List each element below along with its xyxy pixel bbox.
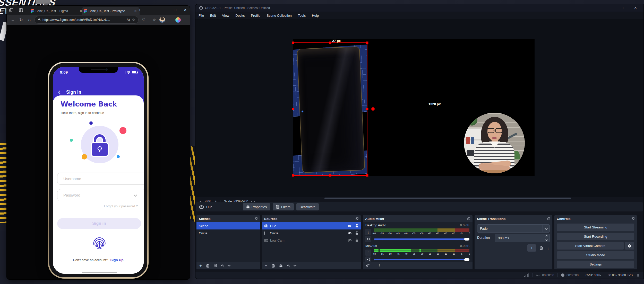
tab-actions-icon[interactable] — [19, 8, 23, 12]
menu-help[interactable]: Help — [309, 14, 322, 17]
read-aloud-icon[interactable]: A) — [127, 18, 130, 22]
advanced-audio-gears-icon[interactable] — [366, 264, 370, 268]
volume-slider-handle[interactable] — [464, 238, 469, 241]
move-source-down-icon[interactable] — [293, 263, 297, 267]
mute-speaker-icon[interactable] — [365, 256, 371, 262]
transition-options-dots[interactable]: ⋮ — [546, 246, 550, 250]
obs-maximize-button[interactable]: □ — [620, 6, 624, 10]
popout-icon[interactable] — [547, 217, 550, 220]
source-row-circle[interactable]: Circle — [262, 229, 361, 237]
tab-figma-prototype[interactable]: Bank_UX_Test - Prototype ✕ — [82, 7, 140, 15]
menu-tools[interactable]: Tools — [295, 14, 309, 17]
visibility-eye-icon[interactable] — [348, 225, 352, 227]
back-icon[interactable]: ← — [10, 17, 16, 22]
source-row-logi-cam[interactable]: Logi Cam — [262, 237, 361, 244]
filters-button[interactable]: Filters — [273, 203, 294, 210]
channel-options-dots[interactable]: ⋮ — [365, 229, 371, 235]
scene-filters-icon[interactable] — [214, 264, 217, 267]
move-scene-down-icon[interactable] — [227, 263, 231, 267]
popout-icon[interactable] — [255, 217, 257, 220]
popout-icon[interactable] — [467, 217, 470, 220]
tab-figma-editor[interactable]: Bank_UX_Test – Figma ✕ — [29, 7, 85, 15]
workspaces-icon[interactable] — [9, 8, 13, 12]
scene-row-scene[interactable]: Scene — [196, 222, 260, 229]
remove-source-button[interactable] — [272, 264, 275, 268]
favorite-star-icon[interactable]: ☆ — [132, 18, 135, 22]
browser-minimize-button[interactable]: — — [163, 8, 166, 12]
mute-speaker-icon[interactable] — [365, 236, 371, 242]
fingerprint-icon[interactable] — [91, 235, 107, 251]
start-virtual-camera-button[interactable]: Start Virtual Camera — [557, 242, 624, 250]
selection-handle[interactable] — [366, 174, 368, 177]
obs-close-button[interactable]: ✕ — [633, 6, 638, 10]
browser-maximize-button[interactable]: □ — [174, 8, 176, 12]
preview-hscrollbar[interactable] — [324, 198, 571, 199]
obs-minimize-button[interactable]: — — [606, 6, 611, 10]
visibility-eye-icon[interactable] — [348, 232, 352, 235]
more-menu-icon[interactable]: ⋯ — [167, 17, 173, 22]
selection-handle[interactable] — [292, 108, 294, 110]
address-bar[interactable]: https://www.figma.com/proto/VRsD1mfNdvzU… — [35, 16, 139, 24]
browser-essentials-icon[interactable]: ♡ — [141, 18, 147, 22]
volume-slider-handle[interactable] — [464, 258, 469, 261]
move-scene-up-icon[interactable] — [221, 264, 224, 268]
password-input[interactable] — [57, 189, 144, 201]
mixer-options-dots[interactable]: ⋮ — [378, 264, 381, 268]
settings-button[interactable]: Settings — [557, 261, 634, 268]
visibility-eye-slash-icon[interactable] — [348, 239, 352, 242]
lock-icon[interactable] — [355, 238, 358, 242]
forgot-password-link[interactable]: Forgot your password ? — [104, 205, 138, 208]
studio-mode-button[interactable]: Studio Mode — [557, 251, 634, 259]
favorites-bar-icon[interactable]: ☆ — [151, 18, 157, 22]
menu-docks[interactable]: Docks — [232, 14, 248, 17]
browser-close-button[interactable]: ✕ — [184, 8, 187, 12]
transition-select[interactable]: Fade — [477, 224, 550, 233]
source-video-hue[interactable] — [293, 42, 367, 176]
menu-profile[interactable]: Profile — [248, 14, 263, 17]
menu-scene-collection[interactable]: Scene Collection — [263, 14, 295, 17]
add-transition-button[interactable]: + — [527, 244, 536, 252]
selection-handle[interactable] — [292, 174, 294, 177]
menu-edit[interactable]: Edit — [207, 14, 219, 17]
popout-icon[interactable] — [632, 217, 634, 220]
duration-down-icon[interactable] — [545, 239, 548, 241]
lock-icon[interactable] — [355, 231, 358, 235]
signin-button[interactable]: Sign in — [57, 218, 141, 229]
popout-icon[interactable] — [356, 217, 358, 220]
start-streaming-button[interactable]: Start Streaming — [557, 224, 634, 231]
tab-close-icon[interactable]: ✕ — [133, 9, 138, 13]
source-properties-gear-icon[interactable] — [279, 264, 283, 268]
profile-avatar[interactable] — [159, 17, 165, 23]
add-source-button[interactable]: + — [265, 263, 267, 268]
add-scene-button[interactable]: + — [199, 263, 202, 268]
rotation-handle[interactable] — [371, 107, 375, 111]
source-webcam-circle[interactable] — [464, 113, 525, 173]
volume-slider[interactable] — [374, 236, 469, 242]
menu-file[interactable]: File — [195, 14, 207, 17]
lock-icon[interactable] — [355, 224, 358, 228]
scene-row-circle[interactable]: Circle — [196, 229, 260, 237]
username-input[interactable] — [57, 173, 144, 185]
selection-handle[interactable] — [366, 42, 368, 44]
back-chevron-icon[interactable]: ‹ — [58, 88, 61, 95]
new-tab-button[interactable]: + — [139, 8, 141, 12]
selection-handle[interactable] — [292, 42, 294, 44]
virtual-camera-settings-gear-icon[interactable] — [625, 242, 634, 250]
selection-handle[interactable] — [329, 174, 331, 177]
signup-link[interactable]: Sign Up — [110, 258, 124, 262]
remove-scene-button[interactable] — [206, 264, 209, 268]
duration-up-icon[interactable] — [545, 235, 548, 237]
menu-view[interactable]: View — [219, 14, 232, 17]
volume-slider[interactable] — [374, 256, 469, 262]
resize-grip[interactable] — [637, 274, 639, 277]
properties-button[interactable]: Properties — [243, 203, 270, 210]
copilot-icon[interactable] — [175, 17, 181, 23]
start-recording-button[interactable]: Start Recording — [557, 233, 634, 240]
home-icon[interactable]: ⌂ — [26, 17, 32, 22]
channel-options-dots[interactable]: ⋮ — [365, 250, 371, 256]
move-source-up-icon[interactable] — [287, 264, 290, 268]
refresh-icon[interactable]: ↻ — [18, 17, 24, 22]
deactivate-button[interactable]: Deactivate — [296, 203, 319, 210]
duration-spinbox[interactable]: 300 ms — [495, 234, 550, 242]
source-row-hue[interactable]: Hue — [262, 222, 361, 229]
